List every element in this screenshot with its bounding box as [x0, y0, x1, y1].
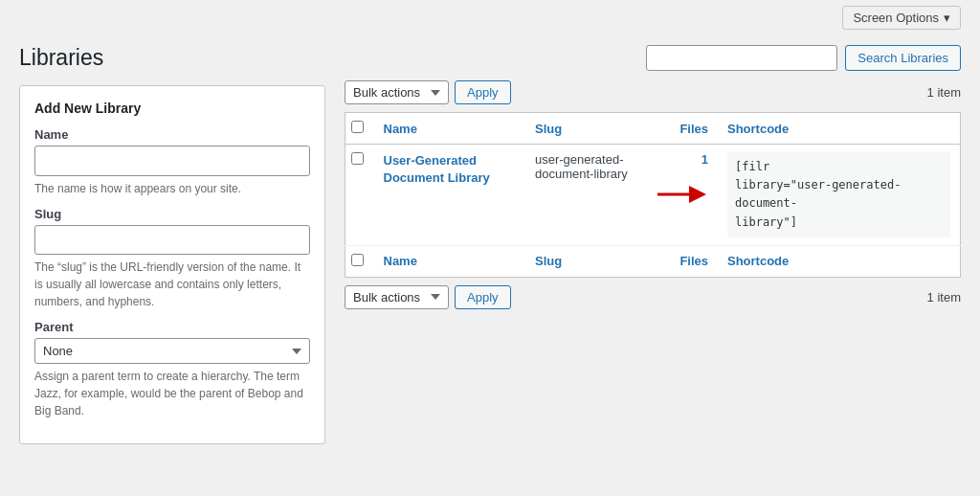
- bottom-slug-label: Slug: [535, 254, 562, 268]
- item-count-bottom: 1 item: [927, 290, 961, 304]
- page-title: Libraries: [19, 45, 325, 71]
- libraries-table: Name Slug Files Shortcode: [345, 112, 961, 278]
- bottom-slug-header: Slug: [525, 245, 660, 277]
- slug-col-label: Slug: [535, 122, 562, 136]
- slug-label: Slug: [34, 207, 310, 221]
- apply-bottom-button[interactable]: Apply: [455, 285, 511, 309]
- parent-label: Parent: [34, 320, 310, 334]
- add-new-heading: Add New Library: [34, 101, 310, 116]
- bottom-files-header: Files: [660, 245, 718, 277]
- red-arrow-icon: [656, 184, 711, 205]
- parent-select[interactable]: None: [34, 338, 310, 364]
- top-toolbar: Bulk actions Apply 1 item: [345, 80, 961, 104]
- name-input[interactable]: [34, 146, 310, 176]
- shortcode-column-header: Shortcode: [718, 113, 961, 145]
- bottom-header-row: Name Slug Files Shortcode: [345, 245, 961, 277]
- bottom-check-all[interactable]: [351, 254, 364, 266]
- screen-options-label: Screen Options: [853, 11, 939, 25]
- row-name-cell: User-GeneratedDocument Library: [374, 145, 526, 246]
- row-slug-value: user-generated-document-library: [535, 152, 628, 181]
- files-column-header: Files: [660, 113, 718, 145]
- name-label: Name: [34, 127, 310, 142]
- page-wrapper: Screen Options ▾ Libraries Add New Libra…: [0, 0, 980, 496]
- bulk-actions-bottom-select[interactable]: Bulk actions: [345, 285, 449, 309]
- slug-hint: The “slug” is the URL-friendly version o…: [34, 259, 310, 310]
- slug-column-header: Slug: [525, 113, 660, 145]
- slug-input[interactable]: [34, 225, 310, 256]
- files-col-label: Files: [679, 122, 708, 136]
- main-content: Libraries Add New Library Name The name …: [0, 35, 980, 463]
- check-all-checkbox[interactable]: [351, 121, 364, 133]
- search-row: Search Libraries: [345, 45, 961, 71]
- search-input[interactable]: [646, 45, 837, 71]
- bottom-toolbar: Bulk actions Apply 1 item: [345, 285, 961, 309]
- name-col-label: Name: [384, 122, 417, 136]
- row-shortcode-cell: [filrlibrary="user-generated-document-li…: [718, 145, 961, 246]
- top-bar: Screen Options ▾: [0, 0, 980, 35]
- parent-field-group: Parent None Assign a parent term to crea…: [34, 320, 310, 419]
- bottom-name-header: Name: [374, 245, 526, 277]
- parent-hint: Assign a parent term to create a hierarc…: [34, 368, 310, 419]
- bottom-shortcode-header: Shortcode: [718, 245, 961, 277]
- item-count-top: 1 item: [927, 85, 961, 100]
- shortcode-value: [filrlibrary="user-generated-document-li…: [727, 152, 950, 237]
- bottom-check-header: [345, 245, 374, 277]
- add-new-form: Add New Library Name The name is how it …: [19, 85, 325, 444]
- name-column-header: Name: [374, 113, 526, 145]
- row-files-value: 1: [702, 152, 708, 167]
- check-all-header: [345, 113, 374, 145]
- apply-top-button[interactable]: Apply: [455, 80, 511, 104]
- screen-options-button[interactable]: Screen Options ▾: [842, 6, 961, 30]
- top-toolbar-left: Bulk actions Apply: [345, 80, 511, 104]
- bottom-name-label: Name: [384, 254, 417, 268]
- table-row: User-GeneratedDocument Library user-gene…: [345, 145, 961, 246]
- bulk-actions-top-select[interactable]: Bulk actions: [345, 80, 449, 104]
- row-check-cell: [345, 145, 374, 246]
- name-field-group: Name The name is how it appears on your …: [34, 127, 310, 197]
- right-panel: Search Libraries Bulk actions Apply 1 it…: [345, 45, 961, 444]
- search-libraries-button[interactable]: Search Libraries: [845, 45, 961, 71]
- left-panel: Libraries Add New Library Name The name …: [19, 45, 325, 444]
- row-checkbox[interactable]: [351, 152, 364, 165]
- library-name-link[interactable]: User-GeneratedDocument Library: [384, 152, 517, 187]
- name-hint: The name is how it appears on your site.: [34, 180, 310, 197]
- row-slug-cell: user-generated-document-library: [525, 145, 660, 246]
- slug-field-group: Slug The “slug” is the URL-friendly vers…: [34, 207, 310, 311]
- bottom-files-label: Files: [679, 254, 708, 268]
- bottom-toolbar-left: Bulk actions Apply: [345, 285, 511, 309]
- shortcode-col-label: Shortcode: [727, 122, 789, 136]
- screen-options-chevron: ▾: [944, 11, 950, 25]
- bottom-shortcode-label: Shortcode: [727, 254, 789, 268]
